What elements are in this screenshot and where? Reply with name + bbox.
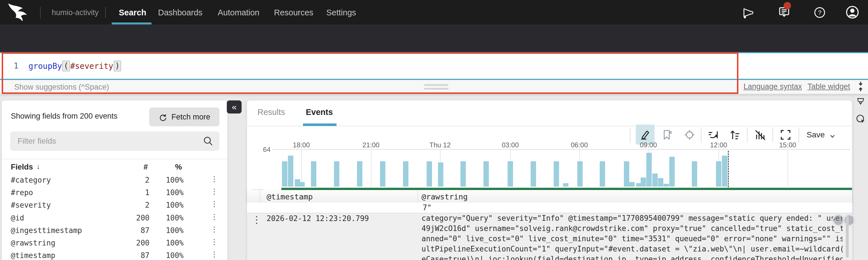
tab-results[interactable]: Results (257, 108, 285, 117)
field-row[interactable]: #repo1100%⋮ (2, 186, 227, 199)
tab-events[interactable]: Events (306, 108, 333, 117)
event-rawstring: category="Query" severity="Info" @timest… (422, 213, 843, 260)
language-syntax-link[interactable]: Language syntax (744, 82, 802, 91)
refresh-icon (158, 112, 167, 121)
chevron-down-icon[interactable] (828, 132, 837, 141)
percent-column-header[interactable]: % (148, 163, 182, 172)
editor-resize-handle[interactable] (424, 88, 448, 90)
kebab-menu-icon[interactable]: ⋮ (211, 187, 218, 196)
field-percent: 100% (150, 251, 184, 260)
toolbar-separator (701, 127, 702, 143)
megaphone-icon[interactable] (740, 6, 754, 19)
suggestions-bar (0, 80, 868, 94)
sort-order-icon[interactable] (729, 128, 741, 141)
field-count: 87 (110, 251, 150, 260)
field-count: 200 (110, 214, 150, 222)
query-token-paren: ( (62, 61, 70, 71)
account-icon[interactable] (845, 5, 860, 19)
table-accent-bar (281, 188, 852, 190)
kebab-menu-icon[interactable]: ⋮ (211, 237, 218, 246)
kebab-menu-icon[interactable]: ⋮ (211, 212, 218, 221)
fields-list: #category2100%⋮#repo1100%⋮#severity2100%… (2, 174, 227, 260)
panel-divider (853, 94, 854, 260)
top-nav: humio-activity Search Dashboards Automat… (0, 0, 868, 25)
nav-tab-search[interactable]: Search (119, 8, 146, 17)
query-text[interactable]: groupBy(#severity) (28, 59, 121, 73)
crosshair-icon[interactable] (683, 128, 696, 141)
toggle-histogram-icon[interactable] (754, 128, 767, 142)
nav-divider (105, 7, 106, 18)
toolbar-separator (773, 127, 773, 143)
remove-bookmark-icon[interactable] (661, 128, 674, 141)
jump-to-latest-icon[interactable] (707, 128, 720, 141)
editor-resize-handle[interactable] (424, 84, 448, 86)
column-header-timestamp[interactable]: @timestamp (267, 192, 313, 201)
table-row-partial[interactable] (247, 203, 852, 213)
field-row[interactable]: #severity2100%⋮ (2, 199, 227, 211)
nav-tab-settings[interactable]: Settings (326, 8, 356, 17)
fields-summary: Showing fields from 200 events (11, 112, 117, 121)
suggestions-hint: Show suggestions (^Space) (14, 83, 109, 92)
field-row[interactable]: @id200100%⋮ (2, 211, 227, 224)
field-name: @timestamp (11, 251, 55, 260)
event-timestamp: 2026-02-12 12:23:20.799 (267, 214, 369, 223)
fetch-more-button[interactable]: Fetch more (149, 108, 219, 126)
field-count: 1 (110, 188, 150, 197)
field-count: 200 (110, 239, 150, 247)
nav-tab-resources[interactable]: Resources (274, 8, 313, 17)
nav-tab-dashboards[interactable]: Dashboards (158, 8, 203, 17)
kebab-menu-icon[interactable]: ⋮ (211, 175, 218, 183)
field-percent: 100% (150, 239, 184, 247)
filter-fields-input[interactable] (10, 132, 219, 151)
column-header-rawstring[interactable]: @rawstring (422, 192, 468, 201)
crowdstrike-falcon-logo[interactable] (7, 3, 29, 22)
kebab-menu-icon[interactable]: ⋮ (211, 250, 218, 259)
edit-pencil-icon[interactable] (639, 128, 651, 141)
rawstring-line: category="Query" severity="Info" @timest… (422, 213, 843, 223)
partial-rawstring-text: 7" (423, 203, 431, 212)
fullscreen-icon[interactable] (779, 128, 792, 141)
kebab-menu-icon[interactable]: ⋮ (211, 200, 218, 208)
count-column-header[interactable]: # (108, 163, 148, 172)
field-row[interactable]: #category2100%⋮ (2, 174, 227, 186)
notification-badge (783, 2, 791, 9)
sort-descending-icon[interactable]: ↓ (36, 162, 40, 171)
tabs-divider (247, 126, 852, 126)
help-icon[interactable]: ? (813, 6, 826, 19)
vertical-scrollbar[interactable] (846, 215, 849, 258)
collapse-fields-panel-button[interactable]: « (227, 100, 242, 114)
search-toolbar: Searches A Auto (Table) +01:00 Rome Last… (0, 25, 868, 52)
editor-line-number: 1 (13, 61, 19, 70)
rawstring-line: 49jW2cO16d" username="solveig.rank@crowd… (422, 223, 843, 234)
svg-text:?: ? (818, 9, 822, 16)
collapse-editor-icon[interactable] (855, 80, 866, 93)
query-editor[interactable] (0, 53, 868, 79)
field-count: 2 (110, 201, 150, 209)
kebab-menu-icon[interactable]: ⋮ (211, 225, 218, 234)
toolbar-separator (799, 127, 799, 143)
field-percent: 100% (150, 188, 184, 197)
events-table-header (247, 190, 852, 203)
fetch-more-label: Fetch more (172, 113, 210, 121)
field-row[interactable]: @rawstring200100%⋮ (2, 236, 227, 249)
field-name: @ingesttimestamp (11, 226, 82, 235)
field-row[interactable]: @ingesttimestamp87100%⋮ (2, 224, 227, 236)
workspace-selector[interactable]: humio-activity (52, 8, 99, 17)
toolbar-separator (747, 127, 747, 143)
nav-divider (40, 7, 41, 18)
nav-tab-automation[interactable]: Automation (218, 8, 259, 17)
search-icon (203, 136, 214, 147)
toolbar-separator (630, 127, 630, 143)
save-button[interactable]: Save (807, 130, 825, 139)
paintbrush-icon[interactable] (856, 97, 865, 107)
rawstring-line: ultPipelineExecutionCount="1" queryInput… (422, 244, 843, 254)
field-row[interactable]: @timestamp87100%⋮ (2, 249, 227, 260)
field-count: 87 (110, 226, 150, 235)
table-widget-link[interactable]: Table widget (807, 82, 850, 91)
field-percent: 100% (150, 176, 184, 184)
query-token-paren: ) (114, 61, 121, 71)
fields-column-header[interactable]: Fields (11, 163, 33, 172)
click-target-icon[interactable] (856, 114, 866, 124)
row-menu-icon[interactable]: ⋮ (252, 214, 261, 225)
field-name: #severity (11, 201, 51, 209)
